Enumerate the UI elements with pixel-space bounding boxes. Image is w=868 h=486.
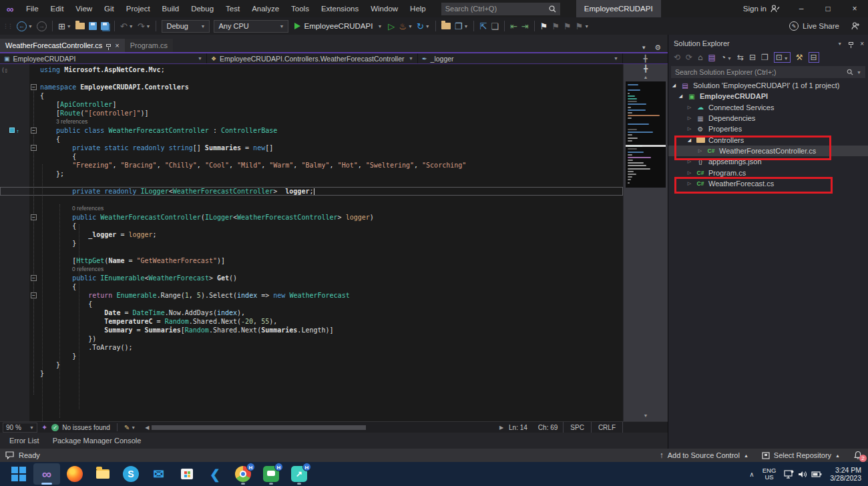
tree-item-program-cs[interactable]: ▷C#Program.cs — [668, 167, 868, 178]
close-tab-icon[interactable]: × — [115, 41, 119, 49]
clock[interactable]: 3:24 PM3/28/2023 — [830, 466, 861, 482]
new-project-button[interactable]: ⊞▼ — [58, 22, 71, 31]
inheritance-margin-icon[interactable] — [9, 128, 15, 133]
pin-icon[interactable] — [106, 44, 111, 47]
close-button[interactable]: × — [841, 0, 868, 17]
code-line[interactable]: }) — [0, 334, 623, 343]
minimap-viewport-indicator[interactable] — [626, 145, 666, 147]
menu-test[interactable]: Test — [220, 0, 246, 17]
code-line[interactable]: .ToArray(); — [0, 343, 623, 352]
panel-tab-error-list[interactable]: Error List — [4, 435, 45, 447]
current-code-line[interactable]: private readonly ILogger<WeatherForecast… — [0, 187, 623, 196]
file-explorer-app[interactable] — [89, 463, 116, 485]
menu-git[interactable]: Git — [98, 0, 120, 17]
hot-reload-button[interactable]: ♨▼ — [399, 22, 413, 31]
code-line[interactable]: − return Enumerable.Range(1, 5).Select(i… — [0, 291, 623, 300]
menu-view[interactable]: View — [69, 0, 98, 17]
active-files-dropdown-icon[interactable]: ▼ — [641, 45, 646, 51]
add-collaborator-button[interactable] — [851, 22, 860, 30]
collapsed-arrow-icon[interactable]: ▷ — [686, 126, 692, 132]
redo-button[interactable]: ↷▼ — [138, 22, 151, 31]
tab-weatherforecastcontroller-cs[interactable]: WeatherForecastController.cs× — [0, 39, 125, 52]
save-button[interactable] — [89, 22, 97, 30]
show-all-files-icon[interactable]: ⊟ — [809, 52, 819, 63]
collapsed-arrow-icon[interactable]: ▷ — [697, 148, 703, 154]
save-all-button[interactable] — [101, 22, 109, 30]
spaces-indicator[interactable]: SPC — [563, 422, 591, 433]
toggle-bookmark-button[interactable]: ⚑ — [540, 22, 548, 31]
breadcrumb-project[interactable]: ▣EmployeeCRUDAPI▼ — [0, 53, 207, 63]
peek-definition-button[interactable]: ❏ — [491, 22, 499, 31]
code-line[interactable]: TemperatureC = Random.Shared.Next(-20, 5… — [0, 317, 623, 326]
select-repository-button[interactable]: Select Repository ▲ — [762, 451, 840, 459]
code-line[interactable]: } — [0, 360, 623, 369]
code-blank-line[interactable] — [0, 196, 623, 204]
quick-search-input[interactable]: Search (Ctrl+Q) — [441, 3, 560, 15]
code-line[interactable]: } — [0, 369, 623, 378]
tree-item-controllers[interactable]: ◢Controllers — [668, 134, 868, 145]
menu-help[interactable]: Help — [404, 0, 432, 17]
code-line[interactable]: − public class WeatherForecastController… — [0, 126, 623, 135]
code-line[interactable]: − public IEnumerable<WeatherForecast> Ge… — [0, 274, 623, 282]
chat-app[interactable]: H — [258, 463, 284, 485]
scroll-down-icon[interactable]: ▼ — [624, 412, 668, 420]
start-button[interactable] — [5, 463, 32, 485]
fold-collapse-icon[interactable]: − — [31, 128, 37, 134]
close-panel-icon[interactable]: × — [860, 40, 864, 47]
firefox-app[interactable] — [61, 463, 88, 485]
code-line[interactable]: (▯using Microsoft.AspNetCore.Mvc; — [0, 65, 623, 74]
code-line[interactable]: [HttpGet(Name = "GetWeatherForecast")] — [0, 256, 623, 265]
indent-decrease-button[interactable]: ⇤ — [510, 22, 517, 31]
scroll-up-icon[interactable]: ▲ — [624, 73, 668, 81]
eol-indicator[interactable]: CRLF — [591, 422, 623, 433]
cursor-location-button[interactable]: ⇱ — [479, 22, 487, 31]
start-debugging-button[interactable]: EmployeeCRUDAPI▼ — [294, 22, 382, 30]
code-line[interactable]: Summary = Summaries[Random.Shared.Next(S… — [0, 326, 623, 334]
menu-edit[interactable]: Edit — [45, 0, 70, 17]
ide-navigator-button[interactable]: ❐▼ — [455, 22, 469, 31]
tree-item-weatherforecastcontroller-cs[interactable]: ▷C#WeatherForecastController.cs — [668, 146, 868, 156]
tab-program-cs[interactable]: Program.cs — [125, 39, 173, 52]
minimap-thumbnail[interactable] — [626, 81, 666, 188]
menu-project[interactable]: Project — [120, 0, 156, 17]
expanded-arrow-icon[interactable]: ◢ — [678, 93, 684, 99]
tree-item-appsettings-json[interactable]: ▷{}appsettings.json — [668, 156, 868, 167]
menu-analyze[interactable]: Analyze — [246, 0, 285, 17]
feedback-bubble-icon[interactable] — [5, 451, 14, 459]
forward-icon[interactable]: ⟳ — [686, 53, 692, 62]
open-folder-button[interactable] — [75, 23, 85, 29]
indent-increase-button[interactable]: ⇥ — [521, 22, 529, 31]
switch-views-icon[interactable]: ▤ — [708, 53, 715, 62]
microsoft-store-app[interactable] — [174, 463, 200, 485]
code-line[interactable]: − private static readonly string[] Summa… — [0, 144, 623, 152]
language-indicator[interactable]: ENGUS — [763, 467, 777, 481]
breadcrumb-type[interactable]: ❖EmployeeCRUDAPI.Controllers.WeatherFore… — [207, 53, 418, 63]
chevron-down-icon[interactable]: ▼ — [131, 425, 136, 430]
maximize-button[interactable]: □ — [815, 0, 841, 17]
menu-window[interactable]: Window — [365, 0, 404, 17]
chevron-down-icon[interactable]: ▼ — [857, 70, 861, 75]
tree-item-weatherforecast-cs[interactable]: ▷C#WeatherForecast.cs — [668, 178, 868, 189]
minimize-button[interactable]: – — [788, 0, 815, 17]
breadcrumb-member[interactable]: ✒_logger▼ — [418, 53, 623, 63]
fold-collapse-icon[interactable]: − — [31, 214, 37, 220]
visual-studio-app[interactable]: ∞ — [33, 463, 60, 485]
splitter-handle-icon[interactable]: ╋ — [624, 64, 668, 73]
debug-config-select[interactable]: Debug▼ — [162, 20, 210, 33]
menu-build[interactable]: Build — [156, 0, 186, 17]
find-in-files-button[interactable] — [441, 23, 451, 29]
collapsed-arrow-icon[interactable]: ▷ — [686, 170, 692, 176]
expanded-arrow-icon[interactable]: ◢ — [686, 138, 692, 143]
prev-bookmark-button[interactable]: ⚑ — [552, 22, 560, 31]
code-blank-line[interactable] — [0, 178, 623, 187]
pin-icon[interactable] — [849, 42, 853, 45]
live-share-button[interactable]: ✎Live Share — [789, 21, 839, 31]
fold-collapse-icon[interactable]: − — [31, 292, 37, 298]
window-menu-icon[interactable]: ▼ — [837, 41, 842, 46]
teal-app[interactable]: ↗H — [286, 463, 312, 485]
notifications-button[interactable]: 2 — [853, 451, 863, 460]
intellicode-icon[interactable]: ✦ — [41, 423, 47, 432]
code-blank-line[interactable] — [0, 248, 623, 256]
fold-collapse-icon[interactable]: − — [31, 275, 37, 281]
code-line[interactable]: { — [0, 300, 623, 308]
